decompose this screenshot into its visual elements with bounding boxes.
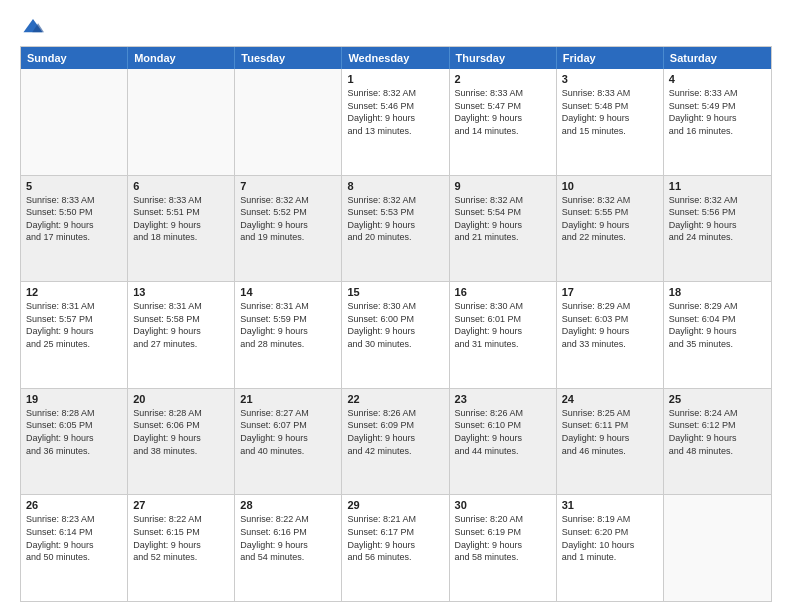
day-info: Sunrise: 8:26 AM Sunset: 6:10 PM Dayligh… bbox=[455, 407, 551, 457]
day-number: 29 bbox=[347, 499, 443, 511]
calendar-cell bbox=[128, 69, 235, 175]
day-info: Sunrise: 8:33 AM Sunset: 5:51 PM Dayligh… bbox=[133, 194, 229, 244]
calendar-cell: 19Sunrise: 8:28 AM Sunset: 6:05 PM Dayli… bbox=[21, 389, 128, 495]
calendar-cell: 6Sunrise: 8:33 AM Sunset: 5:51 PM Daylig… bbox=[128, 176, 235, 282]
calendar-cell: 23Sunrise: 8:26 AM Sunset: 6:10 PM Dayli… bbox=[450, 389, 557, 495]
day-info: Sunrise: 8:32 AM Sunset: 5:55 PM Dayligh… bbox=[562, 194, 658, 244]
day-number: 3 bbox=[562, 73, 658, 85]
weekday-header: Wednesday bbox=[342, 47, 449, 69]
day-info: Sunrise: 8:33 AM Sunset: 5:48 PM Dayligh… bbox=[562, 87, 658, 137]
calendar-cell: 31Sunrise: 8:19 AM Sunset: 6:20 PM Dayli… bbox=[557, 495, 664, 601]
calendar-cell: 30Sunrise: 8:20 AM Sunset: 6:19 PM Dayli… bbox=[450, 495, 557, 601]
day-info: Sunrise: 8:33 AM Sunset: 5:50 PM Dayligh… bbox=[26, 194, 122, 244]
day-info: Sunrise: 8:27 AM Sunset: 6:07 PM Dayligh… bbox=[240, 407, 336, 457]
calendar-cell bbox=[235, 69, 342, 175]
calendar-cell: 1Sunrise: 8:32 AM Sunset: 5:46 PM Daylig… bbox=[342, 69, 449, 175]
calendar-cell: 21Sunrise: 8:27 AM Sunset: 6:07 PM Dayli… bbox=[235, 389, 342, 495]
day-number: 26 bbox=[26, 499, 122, 511]
calendar-row: 19Sunrise: 8:28 AM Sunset: 6:05 PM Dayli… bbox=[21, 388, 771, 495]
day-info: Sunrise: 8:30 AM Sunset: 6:01 PM Dayligh… bbox=[455, 300, 551, 350]
day-number: 12 bbox=[26, 286, 122, 298]
day-number: 28 bbox=[240, 499, 336, 511]
day-info: Sunrise: 8:31 AM Sunset: 5:59 PM Dayligh… bbox=[240, 300, 336, 350]
day-info: Sunrise: 8:20 AM Sunset: 6:19 PM Dayligh… bbox=[455, 513, 551, 563]
day-number: 4 bbox=[669, 73, 766, 85]
calendar-cell: 9Sunrise: 8:32 AM Sunset: 5:54 PM Daylig… bbox=[450, 176, 557, 282]
calendar-cell: 2Sunrise: 8:33 AM Sunset: 5:47 PM Daylig… bbox=[450, 69, 557, 175]
day-number: 15 bbox=[347, 286, 443, 298]
day-number: 25 bbox=[669, 393, 766, 405]
day-info: Sunrise: 8:19 AM Sunset: 6:20 PM Dayligh… bbox=[562, 513, 658, 563]
calendar: SundayMondayTuesdayWednesdayThursdayFrid… bbox=[20, 46, 772, 602]
day-info: Sunrise: 8:32 AM Sunset: 5:46 PM Dayligh… bbox=[347, 87, 443, 137]
day-number: 6 bbox=[133, 180, 229, 192]
day-number: 16 bbox=[455, 286, 551, 298]
calendar-row: 12Sunrise: 8:31 AM Sunset: 5:57 PM Dayli… bbox=[21, 281, 771, 388]
day-number: 7 bbox=[240, 180, 336, 192]
calendar-cell: 14Sunrise: 8:31 AM Sunset: 5:59 PM Dayli… bbox=[235, 282, 342, 388]
day-info: Sunrise: 8:31 AM Sunset: 5:57 PM Dayligh… bbox=[26, 300, 122, 350]
logo-icon bbox=[22, 16, 44, 38]
day-info: Sunrise: 8:29 AM Sunset: 6:04 PM Dayligh… bbox=[669, 300, 766, 350]
day-info: Sunrise: 8:28 AM Sunset: 6:05 PM Dayligh… bbox=[26, 407, 122, 457]
day-info: Sunrise: 8:32 AM Sunset: 5:52 PM Dayligh… bbox=[240, 194, 336, 244]
calendar-cell: 12Sunrise: 8:31 AM Sunset: 5:57 PM Dayli… bbox=[21, 282, 128, 388]
calendar-cell: 28Sunrise: 8:22 AM Sunset: 6:16 PM Dayli… bbox=[235, 495, 342, 601]
logo bbox=[20, 16, 46, 38]
calendar-cell: 10Sunrise: 8:32 AM Sunset: 5:55 PM Dayli… bbox=[557, 176, 664, 282]
day-number: 9 bbox=[455, 180, 551, 192]
day-number: 13 bbox=[133, 286, 229, 298]
weekday-header: Thursday bbox=[450, 47, 557, 69]
day-info: Sunrise: 8:28 AM Sunset: 6:06 PM Dayligh… bbox=[133, 407, 229, 457]
calendar-cell: 29Sunrise: 8:21 AM Sunset: 6:17 PM Dayli… bbox=[342, 495, 449, 601]
calendar-row: 1Sunrise: 8:32 AM Sunset: 5:46 PM Daylig… bbox=[21, 69, 771, 175]
calendar-header: SundayMondayTuesdayWednesdayThursdayFrid… bbox=[21, 47, 771, 69]
day-number: 11 bbox=[669, 180, 766, 192]
day-info: Sunrise: 8:31 AM Sunset: 5:58 PM Dayligh… bbox=[133, 300, 229, 350]
calendar-row: 26Sunrise: 8:23 AM Sunset: 6:14 PM Dayli… bbox=[21, 494, 771, 601]
day-number: 5 bbox=[26, 180, 122, 192]
day-info: Sunrise: 8:32 AM Sunset: 5:54 PM Dayligh… bbox=[455, 194, 551, 244]
day-number: 24 bbox=[562, 393, 658, 405]
calendar-cell: 25Sunrise: 8:24 AM Sunset: 6:12 PM Dayli… bbox=[664, 389, 771, 495]
day-info: Sunrise: 8:22 AM Sunset: 6:15 PM Dayligh… bbox=[133, 513, 229, 563]
day-number: 10 bbox=[562, 180, 658, 192]
day-number: 30 bbox=[455, 499, 551, 511]
calendar-cell: 11Sunrise: 8:32 AM Sunset: 5:56 PM Dayli… bbox=[664, 176, 771, 282]
day-info: Sunrise: 8:32 AM Sunset: 5:56 PM Dayligh… bbox=[669, 194, 766, 244]
calendar-cell: 7Sunrise: 8:32 AM Sunset: 5:52 PM Daylig… bbox=[235, 176, 342, 282]
day-info: Sunrise: 8:33 AM Sunset: 5:47 PM Dayligh… bbox=[455, 87, 551, 137]
day-info: Sunrise: 8:26 AM Sunset: 6:09 PM Dayligh… bbox=[347, 407, 443, 457]
day-number: 18 bbox=[669, 286, 766, 298]
day-number: 31 bbox=[562, 499, 658, 511]
calendar-cell: 22Sunrise: 8:26 AM Sunset: 6:09 PM Dayli… bbox=[342, 389, 449, 495]
day-info: Sunrise: 8:33 AM Sunset: 5:49 PM Dayligh… bbox=[669, 87, 766, 137]
day-number: 22 bbox=[347, 393, 443, 405]
calendar-body: 1Sunrise: 8:32 AM Sunset: 5:46 PM Daylig… bbox=[21, 69, 771, 601]
calendar-row: 5Sunrise: 8:33 AM Sunset: 5:50 PM Daylig… bbox=[21, 175, 771, 282]
day-number: 17 bbox=[562, 286, 658, 298]
calendar-cell: 20Sunrise: 8:28 AM Sunset: 6:06 PM Dayli… bbox=[128, 389, 235, 495]
day-number: 2 bbox=[455, 73, 551, 85]
day-number: 19 bbox=[26, 393, 122, 405]
calendar-cell: 18Sunrise: 8:29 AM Sunset: 6:04 PM Dayli… bbox=[664, 282, 771, 388]
day-info: Sunrise: 8:21 AM Sunset: 6:17 PM Dayligh… bbox=[347, 513, 443, 563]
day-number: 20 bbox=[133, 393, 229, 405]
weekday-header: Monday bbox=[128, 47, 235, 69]
calendar-cell: 24Sunrise: 8:25 AM Sunset: 6:11 PM Dayli… bbox=[557, 389, 664, 495]
weekday-header: Tuesday bbox=[235, 47, 342, 69]
calendar-cell: 3Sunrise: 8:33 AM Sunset: 5:48 PM Daylig… bbox=[557, 69, 664, 175]
weekday-header: Sunday bbox=[21, 47, 128, 69]
day-number: 14 bbox=[240, 286, 336, 298]
header bbox=[20, 16, 772, 38]
weekday-header: Friday bbox=[557, 47, 664, 69]
day-number: 27 bbox=[133, 499, 229, 511]
calendar-cell: 8Sunrise: 8:32 AM Sunset: 5:53 PM Daylig… bbox=[342, 176, 449, 282]
day-info: Sunrise: 8:24 AM Sunset: 6:12 PM Dayligh… bbox=[669, 407, 766, 457]
day-info: Sunrise: 8:30 AM Sunset: 6:00 PM Dayligh… bbox=[347, 300, 443, 350]
day-info: Sunrise: 8:29 AM Sunset: 6:03 PM Dayligh… bbox=[562, 300, 658, 350]
calendar-cell bbox=[21, 69, 128, 175]
day-info: Sunrise: 8:22 AM Sunset: 6:16 PM Dayligh… bbox=[240, 513, 336, 563]
calendar-cell: 4Sunrise: 8:33 AM Sunset: 5:49 PM Daylig… bbox=[664, 69, 771, 175]
day-number: 1 bbox=[347, 73, 443, 85]
